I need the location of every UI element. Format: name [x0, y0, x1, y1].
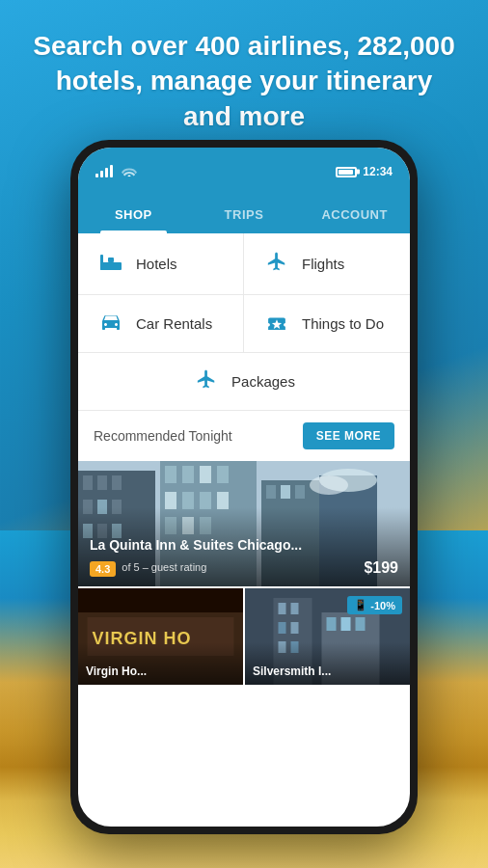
ticket-icon	[263, 312, 290, 335]
signal-icon	[95, 166, 113, 177]
small-hotel-name-1: Virgin Ho...	[86, 665, 147, 678]
svg-rect-0	[100, 262, 122, 270]
svg-rect-29	[295, 485, 305, 499]
svg-rect-16	[182, 466, 194, 483]
battery-fill	[339, 170, 352, 175]
battery-icon	[336, 167, 357, 177]
menu-item-flights[interactable]: Flights	[244, 233, 410, 295]
status-bar: 12:34	[78, 148, 410, 196]
flights-label: Flights	[302, 256, 344, 272]
hotel-overlay: La Quinta Inn & Suites Chicago... $199 4…	[78, 507, 410, 586]
svg-rect-15	[165, 466, 176, 483]
svg-rect-7	[112, 475, 122, 490]
svg-rect-5	[83, 475, 93, 490]
hero-title: Search over 400 airlines, 282,000 hotels…	[29, 29, 459, 134]
rating-text: of 5 – guest rating	[122, 561, 206, 573]
svg-rect-48	[341, 617, 351, 631]
status-right: 12:34	[336, 165, 393, 178]
recommended-title: Recommended Tonight	[94, 428, 232, 444]
small-hotel-overlay-1: Virgin Ho...	[78, 642, 243, 685]
menu-item-car-rentals[interactable]: Car Rentals	[78, 295, 244, 352]
svg-rect-28	[281, 485, 290, 499]
hotel-price-large: $199	[364, 559, 398, 577]
wifi-icon	[122, 165, 137, 179]
packages-label: Packages	[231, 373, 295, 390]
things-to-do-label: Things to Do	[302, 315, 384, 332]
svg-rect-2	[108, 258, 114, 262]
svg-rect-43	[291, 622, 299, 634]
hotel-card-small-2[interactable]: 📱 -10% Silversmith I...	[245, 588, 410, 685]
header-section: Search over 400 airlines, 282,000 hotels…	[0, 19, 488, 144]
discount-badge: 📱 -10%	[347, 596, 402, 614]
packages-row[interactable]: Packages	[78, 353, 410, 411]
tab-trips[interactable]: TRIPS	[189, 196, 300, 233]
svg-rect-1	[100, 255, 103, 270]
tab-shop[interactable]: SHOP	[78, 196, 189, 233]
svg-rect-49	[356, 617, 366, 631]
hotel-card-small-1[interactable]: VIRGIN HO Virgin Ho...	[78, 588, 243, 685]
small-hotel-name-2: Silversmith I...	[253, 665, 331, 678]
svg-rect-40	[279, 603, 286, 614]
menu-grid: Hotels Flights Car Rentals	[78, 233, 410, 353]
menu-item-hotels[interactable]: Hotels	[78, 233, 244, 295]
phone-screen: 12:34 SHOP TRIPS ACCOUNT Hotels	[78, 148, 410, 827]
status-left	[95, 165, 137, 179]
svg-rect-37	[78, 588, 243, 612]
hotel-name-large: La Quinta Inn & Suites Chicago...	[90, 537, 302, 553]
rating-badge: 4.3	[90, 561, 116, 577]
svg-rect-41	[291, 603, 299, 614]
hotels-label: Hotels	[136, 256, 177, 272]
clock: 12:34	[363, 165, 393, 178]
tab-navigation: SHOP TRIPS ACCOUNT	[78, 196, 410, 233]
svg-rect-27	[266, 485, 276, 499]
svg-rect-17	[200, 466, 211, 483]
svg-rect-42	[279, 622, 286, 634]
svg-point-32	[310, 475, 348, 495]
svg-rect-47	[327, 617, 337, 631]
menu-item-things-to-do[interactable]: Things to Do	[244, 295, 410, 352]
see-more-button[interactable]: SEE MORE	[303, 422, 394, 449]
mobile-icon: 📱	[354, 599, 367, 611]
car-rentals-label: Car Rentals	[136, 315, 212, 332]
bed-icon	[97, 253, 124, 275]
flights-plane-icon	[263, 251, 290, 277]
phone-frame: 12:34 SHOP TRIPS ACCOUNT Hotels	[70, 140, 418, 834]
small-cards-row: VIRGIN HO Virgin Ho...	[78, 588, 410, 685]
small-hotel-overlay-2: Silversmith I...	[245, 642, 410, 685]
tab-account[interactable]: ACCOUNT	[299, 196, 410, 233]
packages-icon	[193, 368, 220, 394]
car-icon	[97, 312, 124, 335]
svg-rect-6	[97, 475, 107, 490]
svg-rect-18	[217, 466, 229, 483]
hotel-card-large[interactable]: La Quinta Inn & Suites Chicago... $199 4…	[78, 461, 410, 586]
recommended-header: Recommended Tonight SEE MORE	[78, 411, 410, 461]
